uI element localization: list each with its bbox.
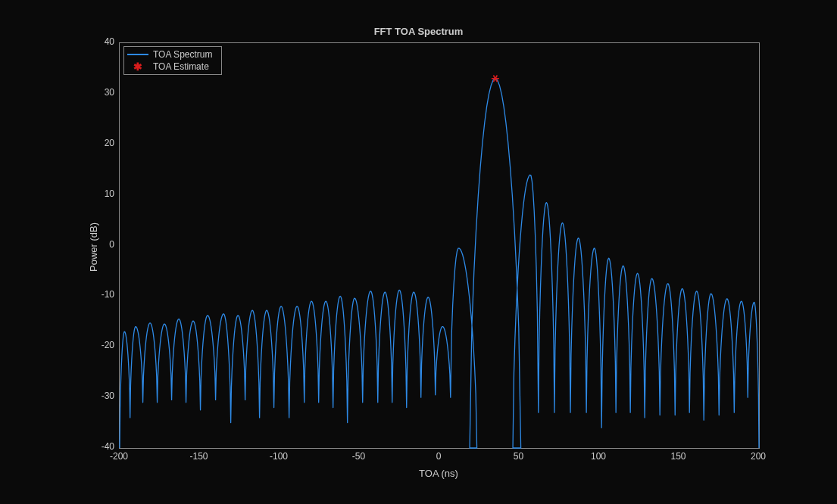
x-tick-label: 200 xyxy=(748,451,769,462)
legend-item-spectrum: TOA Spectrum xyxy=(127,48,218,61)
y-tick-label: 20 xyxy=(105,138,114,148)
y-tick-label: -10 xyxy=(102,289,114,300)
y-tick-label: -20 xyxy=(102,340,114,350)
x-tick-label: 150 xyxy=(668,451,689,462)
legend-label-estimate: TOA Estimate xyxy=(153,61,209,72)
legend-star-icon: ✱ xyxy=(127,61,148,72)
legend-line-icon xyxy=(127,49,148,60)
y-tick-label: 0 xyxy=(109,239,114,250)
y-axis-label: Power (dB) xyxy=(88,222,99,271)
x-tick-label: 100 xyxy=(588,451,609,462)
legend-item-estimate: ✱ TOA Estimate xyxy=(127,61,218,73)
legend[interactable]: TOA Spectrum ✱ TOA Estimate xyxy=(123,46,222,75)
chart-title: FFT TOA Spectrum xyxy=(0,26,837,37)
toa-spectrum-series xyxy=(120,79,759,448)
plot-canvas xyxy=(120,43,759,448)
y-tick-label: 30 xyxy=(105,87,114,98)
y-tick-label: -30 xyxy=(102,390,114,401)
plot-axes[interactable] xyxy=(119,42,760,449)
x-axis-label: TOA (ns) xyxy=(119,468,758,479)
x-tick-label: 0 xyxy=(428,451,449,462)
figure-window: FFT TOA Spectrum Power (dB) TOA (ns) -20… xyxy=(0,0,837,504)
y-tick-label: 40 xyxy=(105,36,114,47)
legend-label-spectrum: TOA Spectrum xyxy=(153,49,212,60)
y-tick-label: 10 xyxy=(105,188,114,199)
x-tick-label: -150 xyxy=(189,451,210,462)
x-tick-label: -50 xyxy=(348,451,370,462)
x-tick-label: -200 xyxy=(108,451,130,462)
y-tick-label: -40 xyxy=(102,441,114,452)
x-tick-label: -100 xyxy=(268,451,289,462)
x-tick-label: 50 xyxy=(508,451,529,462)
